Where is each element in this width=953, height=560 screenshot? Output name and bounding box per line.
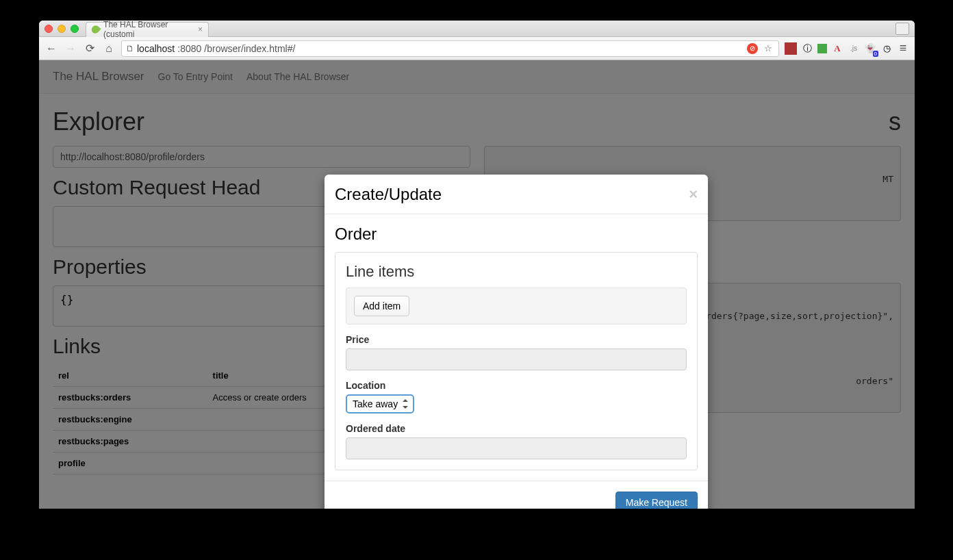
menu-icon[interactable]: ≡ xyxy=(897,42,909,55)
toolbar: ← → ⟳ ⌂ 🗋 localhost:8080/browser/index.h… xyxy=(39,37,915,60)
ext-blocker-icon[interactable]: ⊘ xyxy=(747,43,758,54)
maximize-window-icon[interactable] xyxy=(71,25,79,33)
forward-icon: → xyxy=(64,42,77,55)
ext-5-icon[interactable]: .js xyxy=(848,42,860,55)
modal-subtitle: Order xyxy=(335,225,698,244)
ext-3-icon[interactable] xyxy=(817,44,827,53)
profile-icon[interactable] xyxy=(895,23,909,35)
browser-tab[interactable]: The HAL Browser (customi × xyxy=(86,22,209,37)
window-controls xyxy=(45,25,79,33)
minimize-window-icon[interactable] xyxy=(58,25,66,33)
price-input[interactable] xyxy=(346,348,687,370)
add-item-button[interactable]: Add item xyxy=(354,296,409,316)
ext-4-icon[interactable]: A xyxy=(831,42,843,55)
extensions: ⓘ A .js 👻0 ◷ ≡ xyxy=(785,42,909,55)
location-select[interactable]: Take away xyxy=(346,394,414,413)
ext-2-icon[interactable]: ⓘ xyxy=(801,42,813,55)
favorite-icon[interactable]: ☆ xyxy=(762,42,774,55)
modal-title: Create/Update xyxy=(335,185,442,204)
reload-icon[interactable]: ⟳ xyxy=(83,42,97,55)
form-panel: Line items Add item Price Location Take … xyxy=(335,252,698,470)
browser-window: The HAL Browser (customi × ← → ⟳ ⌂ 🗋 loc… xyxy=(39,21,915,509)
ordered-date-label: Ordered date xyxy=(346,423,687,434)
ext-6-icon[interactable]: 👻0 xyxy=(864,42,876,55)
ordered-date-input[interactable] xyxy=(346,437,687,459)
line-items-heading: Line items xyxy=(346,263,687,281)
url-bar[interactable]: 🗋 localhost:8080/browser/index.html#/ ⊘ … xyxy=(121,40,779,57)
close-tab-icon[interactable]: × xyxy=(198,25,203,34)
home-icon[interactable]: ⌂ xyxy=(102,42,116,55)
page-icon: 🗋 xyxy=(126,44,134,53)
favicon-icon xyxy=(90,24,101,35)
make-request-button[interactable]: Make Request xyxy=(615,492,698,509)
price-label: Price xyxy=(346,334,687,345)
titlebar: The HAL Browser (customi × xyxy=(39,21,915,37)
url-host: localhost xyxy=(137,43,175,54)
url-port: :8080 xyxy=(177,43,201,54)
close-window-icon[interactable] xyxy=(45,25,53,33)
create-update-modal: Create/Update × Order Line items Add ite… xyxy=(325,175,708,509)
close-icon[interactable]: × xyxy=(689,187,698,202)
ext-1-icon[interactable] xyxy=(785,42,797,55)
ext-7-icon[interactable]: ◷ xyxy=(880,42,893,55)
tab-title: The HAL Browser (customi xyxy=(103,21,194,39)
back-icon[interactable]: ← xyxy=(45,42,58,55)
url-path: /browser/index.html#/ xyxy=(204,43,295,54)
location-label: Location xyxy=(346,380,687,391)
